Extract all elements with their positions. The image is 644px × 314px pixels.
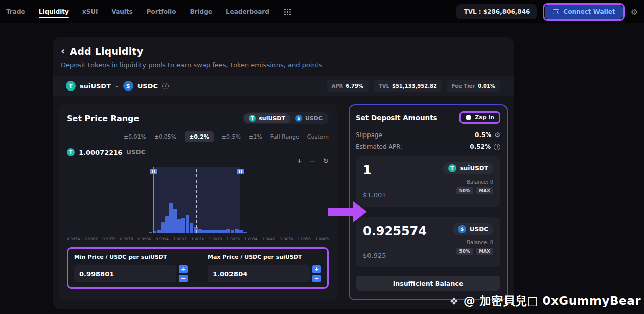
fee-tier-stat-badge: Fee Tier 0.01%	[447, 80, 500, 92]
min-price-increase-button[interactable]: +	[179, 265, 188, 273]
slippage-label: Slippage	[356, 131, 382, 139]
pool-stats: APR 6.79% TVL $51,133,952.82 Fee Tier 0.…	[327, 80, 501, 92]
add-liquidity-card: ‹ Add Liquidity Deposit tokens in liquid…	[53, 37, 514, 309]
range-handle-left[interactable]	[150, 169, 157, 174]
slippage-settings-icon[interactable]: ⚙	[494, 131, 500, 139]
range-handle-right[interactable]	[237, 169, 244, 174]
nav-item-leaderboard[interactable]: Leaderboard	[226, 5, 269, 19]
price-range-panel: Set Price Range T suiUSDT $ USDC ±0.01% …	[59, 104, 337, 300]
nav-menu: Trade Liquidity xSUI Vaults Portfolio Br…	[6, 5, 269, 19]
preset-full-range[interactable]: Full Range	[270, 133, 299, 140]
current-price-line	[196, 169, 197, 233]
top-nav: Trade Liquidity xSUI Vaults Portfolio Br…	[0, 0, 644, 23]
current-price-value: 1.00072216	[79, 149, 122, 156]
preset-0.2[interactable]: ±0.2%	[185, 131, 214, 142]
min-price-steppers: + −	[179, 265, 188, 282]
zap-toggle[interactable]	[466, 115, 471, 120]
axis-tick-label: 0.9986	[138, 237, 151, 241]
current-price-unit: USDC	[126, 149, 145, 156]
amount-input-suiusdt[interactable]	[363, 163, 439, 177]
histogram-bar	[243, 232, 247, 233]
suiusdt-token-icon: T	[67, 148, 75, 156]
min-price-input[interactable]	[74, 265, 176, 282]
suiusdt-token-icon: T	[66, 81, 76, 91]
histogram-bar	[149, 232, 152, 233]
insufficient-balance-button[interactable]: Insufficient Balance	[356, 276, 500, 291]
token-select-suiusdt[interactable]: T suiUSDT	[443, 162, 493, 174]
max-price-decrease-button[interactable]: −	[312, 275, 321, 282]
max-button-suiusdt[interactable]: MAX	[476, 187, 493, 194]
axis-tick-label: 1.0018	[209, 237, 222, 241]
connect-wallet-button[interactable]: Connect Wallet	[545, 5, 622, 19]
nav-item-xsui[interactable]: xSUI	[82, 5, 98, 19]
pool-separator: -	[115, 81, 119, 91]
usdc-token-icon: $	[295, 115, 302, 122]
tvl-badge: TVL : $286,806,846	[456, 4, 537, 19]
watermark-icon: ❖	[449, 295, 458, 307]
connect-wallet-highlight: Connect Wallet	[543, 3, 624, 21]
axis-tick-label: 1.0042	[262, 237, 275, 241]
page-title: Add Liquidity	[70, 46, 143, 57]
suiusdt-token-icon: T	[249, 115, 256, 122]
min-price-decrease-button[interactable]: −	[179, 275, 188, 282]
max-price-increase-button[interactable]: +	[312, 265, 321, 273]
nav-item-bridge[interactable]: Bridge	[190, 5, 212, 19]
settings-gear-icon[interactable]: ⚙	[631, 7, 638, 17]
max-button-usdc[interactable]: MAX	[476, 248, 493, 255]
apr-stat-badge: APR 6.79%	[327, 80, 369, 92]
back-chevron-icon[interactable]: ‹	[61, 46, 65, 56]
range-presets: ±0.01% ±0.05% ±0.2% ±0.5% ±1% Full Range…	[67, 131, 329, 142]
min-price-group: Min Price / USDC per suiUSDT + −	[74, 254, 188, 282]
tvl-stat-label: TVL	[379, 83, 389, 89]
usd-value-suiusdt: $1.001	[363, 191, 439, 199]
nav-item-portfolio[interactable]: Portfolio	[147, 5, 176, 19]
half-button-usdc[interactable]: 50%	[456, 248, 474, 255]
price-range-title: Set Price Range	[67, 114, 139, 123]
axis-tick-label: 1.0010	[191, 237, 204, 241]
amount-input-usdc[interactable]	[363, 224, 439, 238]
zoom-in-icon[interactable]: +	[297, 157, 303, 164]
preset-0.05[interactable]: ±0.05%	[154, 133, 176, 140]
axis-tick-label: 1.0002	[173, 237, 187, 241]
card-header: ‹ Add Liquidity Deposit tokens in liquid…	[53, 37, 514, 69]
quote-token-toggle: T suiUSDT $ USDC	[243, 112, 329, 124]
nav-item-vaults[interactable]: Vaults	[112, 5, 133, 19]
suiusdt-token-icon: T	[448, 164, 456, 172]
zoom-out-icon[interactable]: −	[310, 157, 316, 164]
pool-info-icon[interactable]: i	[162, 83, 169, 89]
fee-tier-stat-label: Fee Tier	[452, 83, 475, 89]
preset-0.5[interactable]: ±0.5%	[222, 133, 241, 140]
toggle-option-usdc[interactable]: $ USDC	[290, 113, 328, 123]
nav-item-trade[interactable]: Trade	[6, 5, 25, 19]
toggle-option-suiusdt[interactable]: T suiUSDT	[244, 113, 290, 123]
nav-right: TVL : $286,806,846 Connect Wallet ⚙	[456, 3, 638, 21]
axis-tick-label: 1.0066	[315, 237, 329, 241]
pool-summary-row: T suiUSDT - $ USDC i APR 6.79% TVL $51,1…	[53, 76, 514, 96]
slippage-row: Slippage 0.5% ⚙	[356, 131, 500, 139]
axis-tick-label: 1.0058	[298, 237, 311, 241]
slippage-value: 0.5%	[475, 131, 491, 139]
reset-zoom-icon[interactable]: ↻	[323, 157, 329, 164]
preset-custom[interactable]: Custom	[307, 133, 329, 140]
balance-suiusdt: Balance: 0	[467, 179, 493, 185]
usdc-token-icon: $	[458, 225, 466, 233]
zap-in-highlight: Zap in	[459, 111, 500, 124]
connect-wallet-label: Connect Wallet	[563, 8, 615, 15]
tvl-stat-value: $51,133,952.82	[392, 83, 437, 89]
apr-info-icon[interactable]: i	[494, 144, 500, 150]
preset-0.01[interactable]: ±0.01%	[124, 133, 146, 140]
zap-in-label: Zap in	[475, 114, 494, 121]
axis-tick-label: 1.0050	[280, 237, 293, 241]
balance-usdc: Balance: 0	[467, 240, 493, 245]
half-button-suiusdt[interactable]: 50%	[456, 187, 474, 194]
max-price-input[interactable]	[208, 265, 310, 282]
preset-1[interactable]: ±1%	[249, 133, 262, 140]
token-select-usdc[interactable]: $ USDC	[453, 223, 493, 235]
apps-grid-icon[interactable]	[284, 8, 291, 15]
pool-token1-label: USDC	[137, 82, 158, 90]
deposit-title: Set Deposit Amounts	[356, 114, 437, 122]
max-price-label: Max Price / USDC per suiUSDT	[208, 254, 321, 260]
max-price-steppers: + −	[312, 265, 321, 282]
toggle-option-usdc-label: USDC	[305, 115, 323, 122]
nav-item-liquidity[interactable]: Liquidity	[39, 5, 69, 19]
